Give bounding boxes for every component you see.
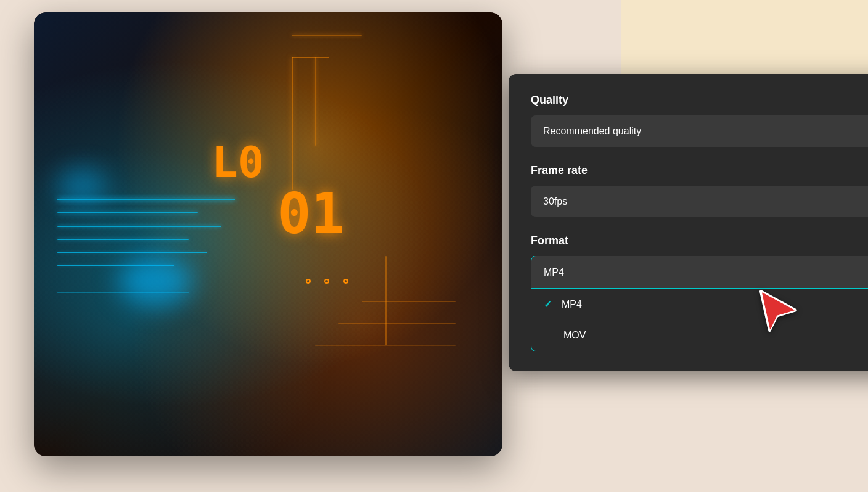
format-section: Format MP4 ⌃ ✓ MP4 MOV xyxy=(531,234,868,351)
orange-text-lo: L0 xyxy=(212,137,264,187)
format-dropdown[interactable]: MP4 ⌃ xyxy=(531,256,868,289)
format-option-mp4[interactable]: ✓ MP4 xyxy=(531,289,868,320)
frame-rate-dropdown[interactable]: 30fps ⌄ xyxy=(531,186,868,217)
mp4-check-icon: ✓ xyxy=(544,298,552,310)
frame-rate-label: Frame rate xyxy=(531,164,868,177)
format-label: Format xyxy=(531,234,868,247)
mov-label: MOV xyxy=(563,330,586,341)
settings-panel: Quality Recommended quality ⌄ Frame rate… xyxy=(509,74,868,371)
frame-rate-value: 30fps xyxy=(543,196,567,207)
format-value: MP4 xyxy=(544,267,564,278)
video-thumbnail: L0 01 xyxy=(34,12,502,456)
quality-label: Quality xyxy=(531,94,868,107)
format-option-mov[interactable]: MOV xyxy=(531,320,868,351)
format-dropdown-list: ✓ MP4 MOV xyxy=(531,289,868,351)
quality-value: Recommended quality xyxy=(543,126,641,137)
main-container: L0 01 Quality Recommended quality ⌄ Fram… xyxy=(34,12,712,481)
orange-text-01: 01 xyxy=(277,181,344,246)
video-card: L0 01 xyxy=(34,12,502,456)
mp4-label: MP4 xyxy=(562,299,582,310)
frame-rate-section: Frame rate 30fps ⌄ xyxy=(531,164,868,217)
quality-section: Quality Recommended quality ⌄ xyxy=(531,94,868,147)
quality-dropdown[interactable]: Recommended quality ⌄ xyxy=(531,115,868,147)
